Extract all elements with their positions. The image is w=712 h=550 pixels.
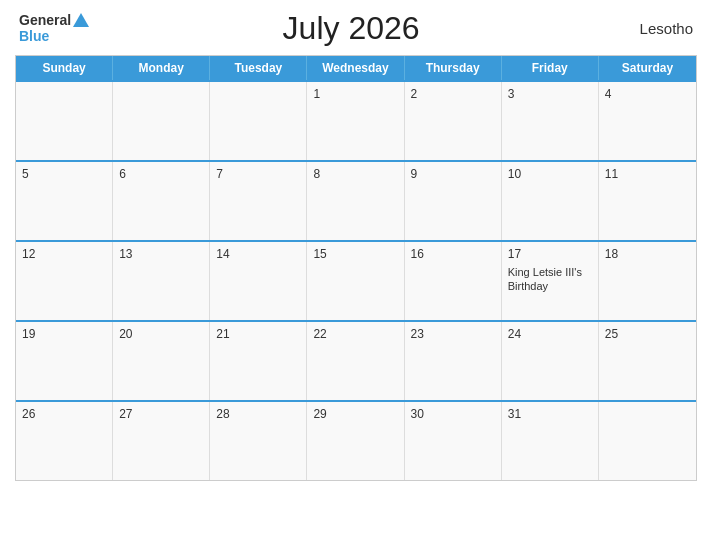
- event-label: King Letsie III's Birthday: [508, 265, 592, 294]
- cal-cell-22: 22: [307, 322, 404, 400]
- logo-triangle-icon: [73, 13, 89, 27]
- cal-cell-14: 14: [210, 242, 307, 320]
- cal-cell-8: 8: [307, 162, 404, 240]
- cal-cell-7: 7: [210, 162, 307, 240]
- day-number: 3: [508, 87, 592, 101]
- day-number: 28: [216, 407, 300, 421]
- cal-cell-19: 19: [16, 322, 113, 400]
- day-of-week-saturday: Saturday: [599, 56, 696, 80]
- calendar-title: July 2026: [89, 10, 613, 47]
- day-of-week-tuesday: Tuesday: [210, 56, 307, 80]
- cal-cell-4: 4: [599, 82, 696, 160]
- cal-cell-2: 2: [405, 82, 502, 160]
- day-of-week-monday: Monday: [113, 56, 210, 80]
- day-number: 25: [605, 327, 690, 341]
- cal-cell-17: 17King Letsie III's Birthday: [502, 242, 599, 320]
- cal-cell-empty-0: [16, 82, 113, 160]
- day-number: 15: [313, 247, 397, 261]
- day-number: 26: [22, 407, 106, 421]
- cal-cell-25: 25: [599, 322, 696, 400]
- day-number: 11: [605, 167, 690, 181]
- logo-general: General: [19, 13, 71, 28]
- day-number: 2: [411, 87, 495, 101]
- day-number: 27: [119, 407, 203, 421]
- cal-cell-24: 24: [502, 322, 599, 400]
- day-number: 4: [605, 87, 690, 101]
- cal-cell-1: 1: [307, 82, 404, 160]
- cal-cell-20: 20: [113, 322, 210, 400]
- calendar-week-2: 567891011: [16, 160, 696, 240]
- day-number: 30: [411, 407, 495, 421]
- cal-cell-3: 3: [502, 82, 599, 160]
- day-number: 23: [411, 327, 495, 341]
- day-number: 5: [22, 167, 106, 181]
- cal-cell-10: 10: [502, 162, 599, 240]
- cal-cell-empty-1: [113, 82, 210, 160]
- cal-cell-11: 11: [599, 162, 696, 240]
- day-number: 13: [119, 247, 203, 261]
- day-number: 17: [508, 247, 592, 261]
- day-number: 16: [411, 247, 495, 261]
- day-number: 24: [508, 327, 592, 341]
- cal-cell-empty-6: [599, 402, 696, 480]
- cal-cell-26: 26: [16, 402, 113, 480]
- cal-cell-12: 12: [16, 242, 113, 320]
- cal-cell-29: 29: [307, 402, 404, 480]
- day-number: 6: [119, 167, 203, 181]
- cal-cell-23: 23: [405, 322, 502, 400]
- day-number: 22: [313, 327, 397, 341]
- cal-cell-empty-2: [210, 82, 307, 160]
- header: General Blue July 2026 Lesotho: [15, 10, 697, 47]
- day-number: 10: [508, 167, 592, 181]
- cal-cell-30: 30: [405, 402, 502, 480]
- day-number: 1: [313, 87, 397, 101]
- cal-cell-18: 18: [599, 242, 696, 320]
- cal-cell-28: 28: [210, 402, 307, 480]
- logo-blue: Blue: [19, 29, 89, 44]
- calendar-week-5: 262728293031: [16, 400, 696, 480]
- day-of-week-friday: Friday: [502, 56, 599, 80]
- day-number: 20: [119, 327, 203, 341]
- cal-cell-15: 15: [307, 242, 404, 320]
- day-number: 8: [313, 167, 397, 181]
- calendar-page: General Blue July 2026 Lesotho SundayMon…: [0, 0, 712, 550]
- country-label: Lesotho: [613, 20, 693, 37]
- cal-cell-31: 31: [502, 402, 599, 480]
- cal-cell-5: 5: [16, 162, 113, 240]
- cal-cell-6: 6: [113, 162, 210, 240]
- cal-cell-21: 21: [210, 322, 307, 400]
- day-number: 29: [313, 407, 397, 421]
- calendar-week-3: 121314151617King Letsie III's Birthday18: [16, 240, 696, 320]
- day-number: 31: [508, 407, 592, 421]
- day-number: 9: [411, 167, 495, 181]
- cal-cell-9: 9: [405, 162, 502, 240]
- day-number: 7: [216, 167, 300, 181]
- cal-cell-13: 13: [113, 242, 210, 320]
- cal-cell-27: 27: [113, 402, 210, 480]
- day-of-week-thursday: Thursday: [405, 56, 502, 80]
- day-number: 14: [216, 247, 300, 261]
- day-number: 12: [22, 247, 106, 261]
- day-number: 19: [22, 327, 106, 341]
- day-of-week-sunday: Sunday: [16, 56, 113, 80]
- day-number: 18: [605, 247, 690, 261]
- calendar-week-4: 19202122232425: [16, 320, 696, 400]
- day-number: 21: [216, 327, 300, 341]
- calendar-grid: SundayMondayTuesdayWednesdayThursdayFrid…: [15, 55, 697, 481]
- calendar-week-1: 1234: [16, 80, 696, 160]
- day-of-week-wednesday: Wednesday: [307, 56, 404, 80]
- calendar-header-row: SundayMondayTuesdayWednesdayThursdayFrid…: [16, 56, 696, 80]
- logo: General Blue: [19, 13, 89, 44]
- cal-cell-16: 16: [405, 242, 502, 320]
